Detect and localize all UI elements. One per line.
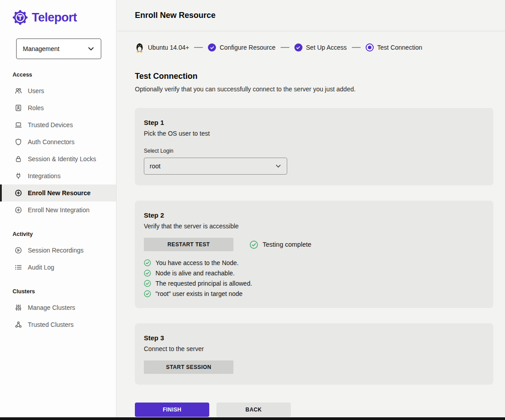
stepper: Ubuntu 14.04+ Configure Resource Set Up …: [117, 31, 505, 53]
success-check-icon: [144, 280, 151, 287]
sidebar-item-label: Trusted Devices: [28, 121, 73, 129]
lock-icon: [14, 155, 22, 163]
sidebar-item-label: Auth Connectors: [28, 138, 74, 146]
sidebar-item-label: Manage Clusters: [28, 304, 75, 311]
stepper-resource-label: Ubuntu 14.04+: [148, 44, 189, 51]
sidebar-item-label: Session & Identity Locks: [28, 155, 96, 163]
check-item: Node is alive and reachable.: [144, 270, 484, 277]
sidebar: Teleport Management Access Users: [0, 0, 117, 417]
step3-title: Step 3: [144, 334, 484, 342]
app-root: Teleport Management Access Users: [0, 0, 505, 420]
chevron-down-icon: [275, 163, 281, 169]
success-check-icon: [144, 259, 151, 266]
management-select[interactable]: Management: [16, 39, 101, 59]
sidebar-item-label: Trusted Clusters: [28, 321, 73, 328]
cluster-nodes-icon: [14, 321, 22, 328]
stepper-step-configure-resource: Configure Resource: [208, 43, 276, 51]
nav-section-access: Access: [0, 59, 116, 82]
sidebar-item-label: Session Recordings: [28, 247, 84, 254]
sidebar-item-session-recordings[interactable]: Session Recordings: [0, 242, 116, 259]
footer-buttons: FINISH BACK: [135, 403, 487, 417]
play-circle-icon: [14, 247, 22, 254]
success-check-icon: [144, 290, 151, 297]
success-check-icon: [250, 240, 258, 249]
sidebar-item-integrations[interactable]: Integrations: [0, 167, 116, 184]
sidebar-item-enroll-new-resource[interactable]: Enroll New Resource: [0, 184, 116, 201]
step1-description: Pick the OS user to test: [144, 130, 484, 137]
step1-title: Step 1: [144, 119, 484, 126]
step2-description: Verify that the server is accessible: [144, 223, 484, 230]
stepper-step-label: Configure Resource: [220, 44, 276, 51]
stepper-step-set-up-access: Set Up Access: [294, 43, 347, 51]
restart-test-button[interactable]: RESTART TEST: [144, 238, 233, 251]
sidebar-item-label: Integrations: [28, 172, 60, 180]
back-button[interactable]: BACK: [216, 403, 291, 417]
sidebar-item-label: Enroll New Resource: [28, 189, 91, 197]
sidebar-item-enroll-new-integration[interactable]: Enroll New Integration: [0, 201, 116, 219]
step2-title: Step 2: [144, 211, 484, 219]
roles-icon: [14, 104, 22, 111]
sidebar-item-trusted-devices[interactable]: Trusted Devices: [0, 116, 116, 133]
check-circle-icon: [294, 43, 302, 51]
active-step-icon: [366, 43, 374, 51]
sidebar-item-auth-connectors[interactable]: Auth Connectors: [0, 133, 116, 150]
list-icon: [14, 264, 22, 271]
main-panel: Enroll New Resource Ubuntu 14.04+: [117, 0, 505, 417]
users-icon: [14, 87, 22, 94]
check-item: You have access to the Node.: [144, 259, 484, 266]
check-list: You have access to the Node. Node is ali…: [144, 259, 484, 297]
success-check-icon: [144, 270, 151, 277]
check-circle-icon: [208, 43, 216, 51]
chevron-down-icon: [87, 45, 95, 52]
sidebar-item-label: Audit Log: [28, 264, 54, 271]
brand-name: Teleport: [32, 11, 77, 25]
plus-circle-icon: [14, 206, 22, 214]
stepper-connector: [281, 47, 289, 48]
plus-circle-icon: [14, 189, 22, 197]
content-subtitle: Optionally verify that you can successfu…: [135, 86, 487, 93]
bottom-bar: [0, 417, 505, 420]
sidebar-item-session-identity-locks[interactable]: Session & Identity Locks: [0, 150, 116, 167]
plug-icon: [14, 172, 22, 180]
sidebar-item-label: Users: [28, 87, 44, 94]
stepper-step-label: Set Up Access: [306, 44, 347, 51]
sidebar-item-manage-clusters[interactable]: Manage Clusters: [0, 299, 116, 316]
stepper-connector: [194, 47, 203, 48]
content-title: Test Connection: [135, 72, 487, 81]
sliders-icon: [14, 304, 22, 311]
nav-section-activity: Activity: [0, 219, 116, 242]
stepper-connector: [352, 47, 361, 48]
step3-description: Connect to the server: [144, 345, 484, 352]
main-header: Enroll New Resource: [117, 0, 505, 31]
start-session-button[interactable]: START SESSION: [144, 360, 233, 374]
sidebar-item-trusted-clusters[interactable]: Trusted Clusters: [0, 316, 116, 333]
check-item-label: Node is alive and reachable.: [155, 270, 235, 277]
sidebar-item-audit-log[interactable]: Audit Log: [0, 259, 116, 276]
check-item-label: "root" user exists in target node: [155, 290, 242, 297]
check-item: "root" user exists in target node: [144, 290, 484, 297]
check-item-label: You have access to the Node.: [155, 259, 239, 266]
linux-penguin-icon: [135, 42, 144, 53]
content: Test Connection Optionally verify that y…: [117, 53, 505, 417]
select-login-label: Select Login: [144, 148, 484, 154]
shield-icon: [14, 138, 22, 146]
stepper-resource: Ubuntu 14.04+: [135, 42, 189, 53]
step1-card: Step 1 Pick the OS user to test Select L…: [135, 108, 493, 185]
step2-card: Step 2 Verify that the server is accessi…: [135, 201, 493, 308]
stepper-step-label: Test Connection: [377, 44, 422, 51]
login-select-value: root: [150, 163, 160, 170]
sidebar-item-roles[interactable]: Roles: [0, 99, 116, 116]
laptop-icon: [14, 121, 22, 129]
testing-status: Testing complete: [250, 240, 311, 249]
sidebar-item-label: Roles: [28, 104, 44, 111]
check-item-label: The requested principal is allowed.: [155, 280, 252, 287]
brand-logo[interactable]: Teleport: [0, 0, 116, 30]
page-title: Enroll New Resource: [135, 11, 216, 20]
sidebar-item-users[interactable]: Users: [0, 82, 116, 99]
testing-status-label: Testing complete: [263, 241, 311, 248]
login-select[interactable]: root: [144, 158, 287, 175]
teleport-logo-icon: [13, 10, 28, 25]
check-item: The requested principal is allowed.: [144, 280, 484, 287]
management-select-value: Management: [23, 45, 60, 52]
finish-button[interactable]: FINISH: [135, 403, 209, 417]
